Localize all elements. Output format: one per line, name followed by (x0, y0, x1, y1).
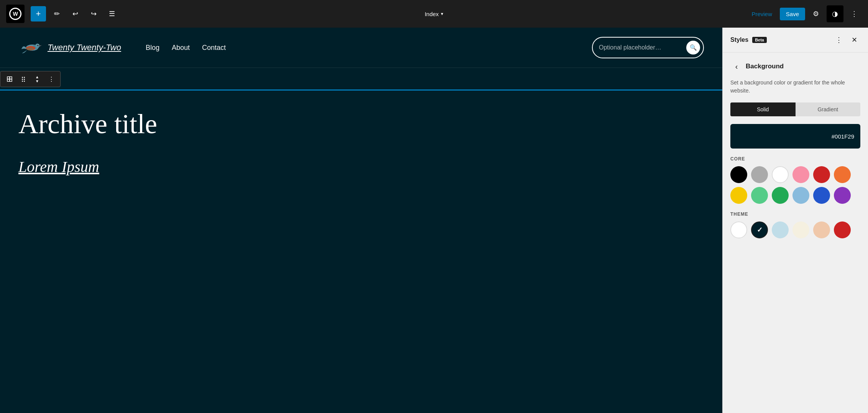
block-floating-toolbar: ▲ ▼ ⋮ (0, 71, 61, 87)
gear-icon: ⚙ (813, 10, 819, 18)
color-swatch-pink[interactable] (792, 166, 809, 183)
section-title: Background (746, 63, 784, 70)
nav-contact[interactable]: Contact (202, 44, 226, 52)
styles-panel-title: Styles (730, 36, 748, 43)
select-icon (7, 76, 13, 82)
block-drag-button[interactable] (17, 73, 30, 85)
panel-close-button[interactable]: ✕ (848, 34, 860, 46)
bird-logo-icon (18, 38, 43, 57)
theme-swatches-label: THEME (730, 211, 860, 217)
canvas-area: Twenty Twenty-Two Blog About Contact 🔍 (0, 28, 722, 413)
archive-title: Archive title (18, 109, 704, 139)
beta-badge: Beta (752, 37, 767, 43)
styles-panel: Styles Beta ⋮ ✕ ‹ Background Set a backg… (722, 28, 868, 413)
block-move-up-button[interactable]: ▲ ▼ (31, 73, 43, 85)
wp-logo-inner: W (9, 8, 21, 20)
main-layout: Twenty Twenty-Two Blog About Contact 🔍 (0, 28, 868, 413)
settings-button[interactable]: ⚙ (808, 6, 824, 21)
nav-blog[interactable]: Blog (146, 44, 159, 52)
site-header: Twenty Twenty-Two Blog About Contact 🔍 (0, 28, 722, 68)
document-title: Index (425, 11, 439, 17)
edit-mode-button[interactable]: ✏ (49, 6, 64, 21)
svg-point-3 (37, 45, 39, 46)
more-icon: ⋮ (851, 10, 858, 18)
site-logo: Twenty Twenty-Two (18, 38, 121, 57)
save-button[interactable]: Save (780, 8, 805, 20)
theme-swatch-peach[interactable] (813, 221, 830, 238)
more-vertical-icon: ⋮ (48, 76, 54, 83)
more-icon: ⋮ (835, 36, 842, 44)
color-swatch-blue[interactable] (813, 187, 830, 204)
chevron-left-icon: ‹ (735, 62, 738, 71)
back-button[interactable]: ‹ (730, 60, 743, 73)
theme-toggle-button[interactable]: ◑ (827, 5, 843, 22)
undo-button[interactable]: ↩ (67, 6, 83, 21)
close-icon: ✕ (852, 36, 857, 44)
block-more-button[interactable]: ⋮ (45, 73, 57, 85)
color-swatch-green[interactable] (772, 187, 789, 204)
theme-swatch-cream[interactable] (792, 221, 809, 238)
theme-swatch-light-blue[interactable] (772, 221, 789, 238)
site-title: Twenty Twenty-Two (48, 43, 121, 53)
color-swatch-gray[interactable] (751, 166, 768, 183)
block-controls-bar: ▲ ▼ ⋮ (0, 68, 722, 89)
toolbar-right: Preview Save ⚙ ◑ ⋮ (747, 5, 862, 22)
color-swatch-yellow[interactable] (730, 187, 747, 204)
drag-icon (22, 77, 25, 82)
theme-swatches-grid: ✓ (730, 221, 860, 238)
search-input-wrapper: 🔍 (592, 37, 704, 58)
core-swatches-label: CORE (730, 156, 860, 162)
theme-swatch-white[interactable] (730, 221, 747, 238)
theme-icon: ◑ (832, 10, 838, 18)
color-swatch-orange[interactable] (834, 166, 851, 183)
chevron-down-icon: ▼ (35, 79, 39, 83)
preview-button[interactable]: Preview (747, 8, 776, 20)
color-swatch-white[interactable] (772, 166, 789, 183)
add-block-button[interactable]: + (31, 6, 46, 21)
document-title-area: Index ▾ (425, 11, 444, 17)
svg-point-6 (26, 47, 34, 50)
lorem-ipsum-title: Lorem Ipsum (18, 158, 704, 176)
color-swatch-purple[interactable] (834, 187, 851, 204)
main-toolbar: W + ✏ ↩ ↪ ☰ Index ▾ Preview Save ⚙ ◑ ⋮ (0, 0, 868, 28)
nav-about[interactable]: About (172, 44, 190, 52)
color-swatch-red-dark[interactable] (813, 166, 830, 183)
section-description: Set a background color or gradient for t… (730, 79, 860, 95)
panel-header-right: ⋮ ✕ (833, 34, 860, 46)
back-navigation: ‹ Background (730, 60, 860, 73)
site-nav: Blog About Contact (146, 44, 226, 52)
color-hex-value: #001F29 (832, 133, 854, 140)
theme-swatch-dark-blue[interactable]: ✓ (751, 221, 768, 238)
chevron-up-icon: ▲ (35, 75, 39, 79)
panel-more-button[interactable]: ⋮ (833, 34, 845, 46)
redo-button[interactable]: ↪ (86, 6, 101, 21)
content-area: Archive title Lorem Ipsum (0, 89, 722, 194)
svg-rect-7 (7, 77, 10, 79)
search-submit-button[interactable]: 🔍 (686, 41, 700, 55)
solid-toggle-button[interactable]: Solid (730, 102, 796, 116)
search-bar: 🔍 (592, 37, 704, 58)
color-swatch-black[interactable] (730, 166, 747, 183)
search-icon: 🔍 (690, 44, 697, 51)
color-type-toggle: Solid Gradient (730, 102, 860, 116)
panel-header-left: Styles Beta (730, 36, 767, 43)
color-preview[interactable]: #001F29 (730, 124, 860, 149)
gradient-toggle-button[interactable]: Gradient (796, 102, 861, 116)
theme-swatch-red[interactable] (834, 221, 851, 238)
chevron-down-icon: ▾ (441, 11, 443, 17)
svg-rect-10 (10, 79, 12, 81)
wp-logo[interactable]: W (6, 5, 25, 23)
panel-header: Styles Beta ⋮ ✕ (723, 28, 868, 53)
block-select-button[interactable] (3, 73, 16, 85)
list-view-button[interactable]: ☰ (104, 6, 120, 21)
svg-rect-8 (10, 77, 12, 79)
core-swatches-grid (730, 166, 860, 204)
svg-rect-9 (7, 79, 10, 81)
background-section: ‹ Background Set a background color or g… (723, 53, 868, 254)
svg-point-4 (38, 45, 39, 46)
color-swatch-green-light[interactable] (751, 187, 768, 204)
more-options-button[interactable]: ⋮ (847, 6, 862, 21)
search-input[interactable] (599, 44, 683, 51)
color-swatch-blue-light[interactable] (792, 187, 809, 204)
